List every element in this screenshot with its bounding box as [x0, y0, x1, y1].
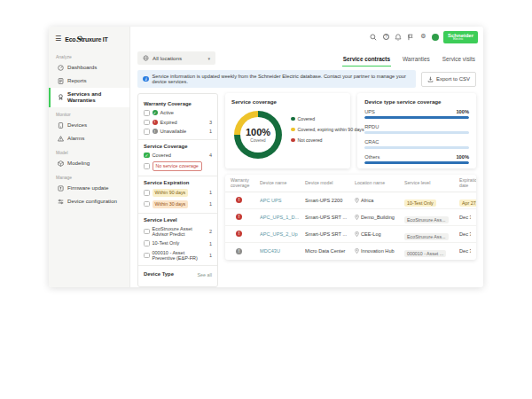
search-icon[interactable]	[370, 33, 378, 41]
filter-option-expired[interactable]: ! Expired 3	[144, 120, 212, 126]
devices-icon	[58, 122, 64, 129]
help-icon[interactable]: ?	[382, 33, 390, 41]
settings-icon[interactable]: ⚙	[419, 33, 427, 41]
topbar: ? ⚙ Schneider Electric	[130, 27, 483, 47]
filter-option-no-service-coverage[interactable]: No service coverage	[144, 161, 212, 171]
table-row[interactable]: ! APC_UPS_2_Up Smart-UPS SRT ... CEE-Log…	[225, 226, 476, 243]
filter-title-service-level: Service Level	[144, 217, 212, 223]
table-row[interactable]: ! APC UPS Smart-UPS 2200 Africa 10-Test …	[225, 192, 476, 209]
donut-center-value: 100%	[246, 128, 270, 137]
device-name-link[interactable]: MDC43U	[260, 248, 305, 254]
report-icon	[58, 78, 64, 84]
col-device-model[interactable]: Device model	[305, 181, 355, 186]
donut-legend: Covered Covered, expiring within 90 days…	[291, 116, 364, 143]
sidebar-item-modeling[interactable]: Modeling	[49, 157, 129, 170]
filter-option-asset-preventive[interactable]: 000010 - Asset Preventive (E&P-FR) 1	[144, 250, 212, 262]
service-level-badge: EcoStruxure Ass...	[404, 216, 449, 223]
col-warranty-coverage[interactable]: Warranty coverage	[231, 178, 260, 189]
alarm-icon	[58, 136, 64, 142]
content-area: Warranty Coverage ✓ Active ! Expired 3 !	[130, 88, 483, 287]
app-logo: EcoStruxure IT	[65, 35, 108, 43]
checkbox-active[interactable]	[144, 110, 150, 116]
device-type-coverage-card: Device type service coverage UPS100% RPD…	[357, 93, 476, 168]
location-pin-icon	[355, 231, 359, 237]
filter-option-asset-advisor-predict[interactable]: EcoStruxure Asset Advisor Predict 2	[144, 226, 212, 238]
col-service-level[interactable]: Service level	[404, 181, 459, 186]
divider	[138, 176, 217, 176]
legend-expiring-dot	[291, 128, 295, 132]
sidebar-item-dashboards[interactable]: Dashboards	[49, 61, 129, 74]
col-location-name[interactable]: Location name	[355, 181, 404, 186]
table-row[interactable]: ! MDC43U Micro Data Center Innovation Hu…	[225, 243, 476, 260]
device-name-link[interactable]: APC UPS	[260, 198, 305, 203]
table-row[interactable]: ! APC_UPS_1_D... Smart-UPS SRT ... Demo_…	[225, 209, 476, 226]
see-all-link[interactable]: See all	[198, 272, 212, 278]
dashboard-icon	[58, 65, 64, 71]
sidebar-item-alarms[interactable]: Alarms	[49, 132, 129, 145]
avatar[interactable]	[432, 34, 439, 41]
device-name-link[interactable]: APC_UPS_1_D...	[260, 215, 305, 220]
tab-service-visits[interactable]: Service visits	[442, 52, 476, 66]
checkbox-10-test-only[interactable]	[144, 240, 150, 246]
filter-option-active[interactable]: ✓ Active	[144, 110, 212, 116]
device-name-link[interactable]: APC_UPS_2_Up	[260, 231, 305, 237]
checkbox-within-90-days[interactable]	[144, 190, 150, 196]
checkbox-asset-advisor-predict[interactable]	[144, 229, 150, 235]
checkbox-no-service-coverage[interactable]	[144, 163, 150, 169]
sidebar: ☰ EcoStruxure IT Analyze Dashboards Repo…	[49, 27, 130, 287]
notifications-icon[interactable]	[395, 33, 403, 41]
coverage-bar-rpdu: RPDU	[364, 124, 469, 134]
service-level-badge: 10-Test Only	[404, 200, 436, 207]
flag-icon[interactable]	[407, 33, 415, 41]
tab-service-contracts[interactable]: Service contracts	[342, 52, 391, 66]
sidebar-item-reports[interactable]: Reports	[49, 74, 129, 88]
sidebar-logo-row: ☰ EcoStruxure IT	[49, 27, 129, 50]
filter-title-service-expiration: Service Expiration	[144, 180, 212, 185]
devices-table: Warranty coverage Device name Device mod…	[225, 175, 476, 260]
filter-option-within-30-days[interactable]: Within 30 days 1	[144, 200, 212, 208]
filter-title-service-coverage: Service Coverage	[144, 144, 212, 149]
export-csv-button[interactable]: Export to CSV	[421, 72, 476, 87]
checkbox-within-30-days[interactable]	[144, 201, 150, 207]
col-expiration-date[interactable]: Expiration date i ↑	[459, 178, 476, 189]
checkbox-expired[interactable]	[144, 120, 150, 126]
filter-option-within-90-days[interactable]: Within 90 days 1	[144, 189, 212, 197]
sidebar-item-firmware-update[interactable]: Firmware update	[49, 182, 129, 195]
sidebar-section-manage: Manage	[49, 170, 129, 182]
schneider-electric-logo[interactable]: Schneider Electric	[443, 31, 478, 43]
checkbox-asset-preventive[interactable]	[144, 253, 150, 259]
expiration-badge: Apr 27, 2024	[459, 200, 476, 207]
filter-panel: Warranty Coverage ✓ Active ! Expired 3 !	[137, 93, 218, 287]
service-level-badge: 000010 - Asset ...	[404, 250, 446, 257]
tab-warranties[interactable]: Warranties	[402, 52, 431, 66]
warranty-expired-icon: !	[236, 214, 242, 220]
toolbar: All locations ▾ Service contracts Warran…	[130, 47, 483, 66]
filter-title-warranty-coverage: Warranty Coverage	[144, 101, 212, 106]
checkbox-unavailable[interactable]	[144, 129, 150, 135]
coverage-bar-crac: CRAC	[364, 139, 469, 149]
sidebar-item-services-and-warranties[interactable]: Services and Warranties	[49, 88, 129, 107]
warranty-unavailable-icon: !	[236, 248, 242, 254]
sidebar-item-device-configuration[interactable]: Device configuration	[49, 195, 129, 208]
warranty-expired-icon: !	[236, 197, 242, 203]
service-coverage-donut: 100% Covered	[234, 111, 282, 159]
menu-icon[interactable]: ☰	[55, 35, 61, 43]
location-pin-icon	[355, 248, 359, 254]
filter-option-unavailable[interactable]: ! Unavailable 1	[144, 129, 212, 135]
filter-option-covered[interactable]: ✓ Covered 4	[144, 153, 212, 159]
active-status-icon: ✓	[153, 110, 158, 115]
ecostruxure-it-app: ☰ EcoStruxure IT Analyze Dashboards Repo…	[49, 27, 483, 287]
col-device-name[interactable]: Device name	[260, 181, 305, 186]
summary-cards-row: Service coverage 100% Covered Covered Co…	[225, 93, 476, 168]
right-column: Service coverage 100% Covered Covered Co…	[225, 93, 476, 260]
sidebar-section-monitor: Monitor	[49, 107, 129, 119]
sidebar-section-model: Model	[49, 145, 129, 157]
main-area: ? ⚙ Schneider Electric All locations ▾ S…	[130, 27, 483, 287]
info-banner: i Service information is updated weekly …	[137, 70, 416, 88]
checkbox-covered[interactable]: ✓	[144, 153, 150, 159]
location-selector[interactable]: All locations ▾	[137, 51, 215, 65]
sidebar-item-devices[interactable]: Devices	[49, 119, 129, 132]
info-icon: i	[143, 76, 149, 82]
location-pin-icon	[355, 215, 359, 220]
filter-option-10-test-only[interactable]: 10-Test Only 1	[144, 240, 212, 246]
